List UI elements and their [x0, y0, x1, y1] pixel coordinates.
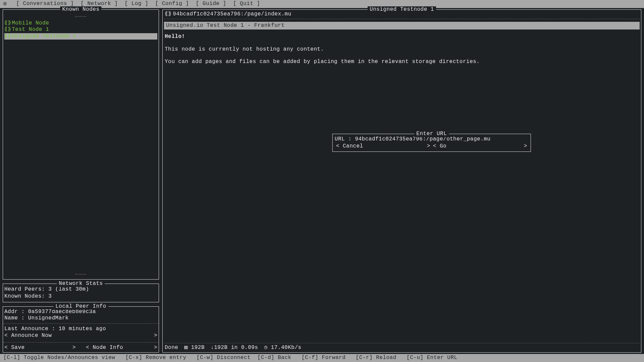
page-paragraph: You can add pages and files can be added… [165, 59, 639, 65]
doc-icon: ▤ [184, 345, 191, 351]
network-stats-panel: Network Stats Heard Peers: 3 (last 30m) … [3, 284, 159, 302]
status-speed: ◷ 17.40Kb/s [264, 345, 301, 351]
known-nodes-panel: Known Nodes ─── ⟪⟫Mobile Node ⟪⟫Test Nod… [3, 9, 159, 280]
peer-name: Name : UnsignedMark [3, 315, 159, 321]
announce-now-button[interactable]: < Announce Now> [4, 333, 157, 339]
bottom-shortcuts-bar: [C-l] Toggle Nodes/Announces view [C-x] … [0, 354, 644, 362]
keyboard-shortcuts: [C-l] Toggle Nodes/Announces view [C-x] … [3, 355, 458, 361]
menu-config[interactable]: [ Config ] [148, 1, 189, 7]
enter-url-dialog: Enter URL URL : 94bcadf1c024735ea796:/pa… [332, 134, 531, 152]
wifi-icon: ⟪⟫ [165, 11, 171, 17]
known-nodes-stat: Known Nodes: 3 [4, 293, 157, 300]
scroll-indicator-top: ─── [4, 14, 157, 20]
page-header: Unsigned.io Test Node 1 - Frankfurt [164, 22, 640, 29]
browser-title: Unsigned Testnode 1 [368, 6, 436, 13]
save-button[interactable]: < Save> [4, 345, 76, 351]
right-column: Unsigned Testnode 1 ⟪⟫94bcadf1c024735ea7… [162, 9, 641, 353]
local-peer-title: Local Peer Info [53, 303, 108, 310]
status-download: ↓192B in 0.09s [211, 345, 258, 351]
local-peer-panel: Local Peer Info Addr : 0a59377daec8eb8e9… [3, 306, 159, 353]
divider [164, 19, 640, 19]
wifi-icon: ⟪⟫ [4, 33, 11, 39]
menu-quit[interactable]: [ Quit ] [226, 1, 260, 7]
node-info-button[interactable]: < Node Info> [86, 345, 157, 351]
node-list-item[interactable]: ⟪⟫Mobile Node [4, 20, 157, 26]
node-list-item[interactable]: ⟪⟫Test Node 1 [4, 26, 157, 33]
app-icon: ◎ [3, 1, 7, 7]
scroll-indicator-bottom: ─── [4, 272, 157, 278]
divider [3, 342, 159, 343]
go-button[interactable]: < Go> [432, 143, 529, 149]
page-paragraph: This node is currently not hosting any c… [165, 46, 639, 53]
menu-log[interactable]: [ Log ] [118, 1, 148, 7]
wifi-icon: ⟪⟫ [4, 20, 11, 26]
page-content: Hello! This node is currently not hostin… [163, 32, 641, 72]
status-bar: Done ▤ 192B ↓192B in 0.09s ◷ 17.40Kb/s [163, 343, 641, 352]
last-announce: Last Announce : 10 minutes ago [3, 326, 159, 332]
gauge-icon: ◷ [264, 345, 271, 351]
status-size: ▤ 192B [184, 345, 205, 351]
status-done: Done [165, 345, 178, 351]
left-column: Known Nodes ─── ⟪⟫Mobile Node ⟪⟫Test Nod… [3, 9, 159, 353]
current-url: 94bcadf1c024735ea796:/page/index.mu [173, 11, 291, 17]
network-stats-title: Network Stats [57, 281, 105, 287]
main-area: Known Nodes ─── ⟪⟫Mobile Node ⟪⟫Test Nod… [0, 8, 644, 354]
known-nodes-title: Known Nodes [60, 6, 101, 13]
menu-guide[interactable]: [ Guide ] [189, 1, 226, 7]
divider [3, 323, 159, 324]
node-list-item-selected[interactable]: ⟪⟫Unsigned Testnode 1 [4, 33, 157, 40]
page-heading: Hello! [165, 34, 639, 40]
cancel-button[interactable]: < Cancel> [335, 143, 432, 149]
dialog-title: Enter URL [414, 131, 449, 137]
browser-panel: Unsigned Testnode 1 ⟪⟫94bcadf1c024735ea7… [162, 9, 641, 353]
wifi-icon: ⟪⟫ [4, 26, 11, 33]
